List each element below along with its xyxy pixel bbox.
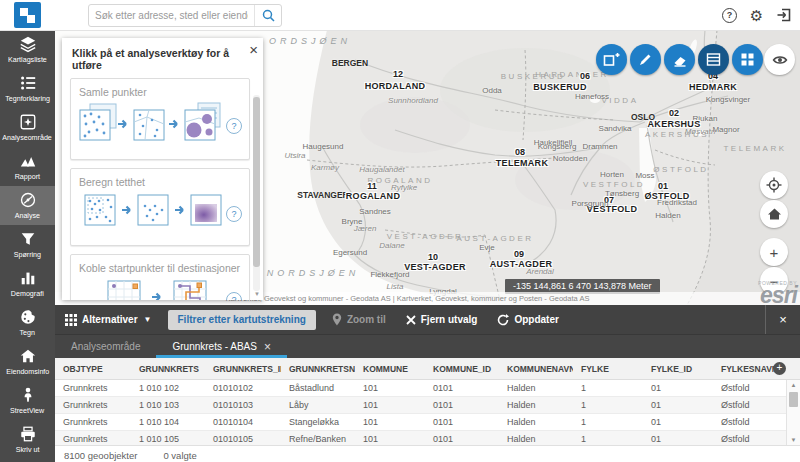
esri-wordmark: esri (760, 282, 797, 305)
apps-grid-button[interactable] (732, 44, 763, 75)
search-button[interactable] (254, 5, 281, 26)
clear-selection-button[interactable]: Fjern utvalg (396, 305, 488, 334)
header-cell[interactable]: OBJTYPE (55, 364, 131, 374)
tab-label: Grunnkrets - ABAS (172, 341, 256, 352)
header-cell[interactable]: KOMMUNE (355, 364, 425, 374)
analysis-tools-panel: Klikk på et analyseverktøy for å utføre … (62, 38, 263, 300)
gear-icon: ⚙ (750, 8, 763, 23)
sidebar-item-sporring[interactable]: Spørring (0, 225, 55, 264)
table-row[interactable]: Grunnkrets1 010 10501010105Refne/Banken1… (55, 431, 800, 445)
sidebar-item-eiendomsinfo[interactable]: Eiendomsinfo (0, 342, 55, 381)
sidebar-item-analyse[interactable]: Analyse (0, 186, 55, 225)
add-column-button[interactable]: + (773, 362, 786, 375)
tab-close-icon[interactable]: × (264, 340, 271, 354)
sidebar-item-demografi[interactable]: Demografi (0, 264, 55, 303)
help-icon: ? (722, 8, 737, 23)
table-row[interactable]: Grunnkrets1 010 10301010103Låby1010101Ha… (55, 397, 800, 414)
zoom-in-button[interactable]: + (760, 238, 788, 266)
sidebar-item-skriv-ut[interactable]: Skriv ut (0, 420, 55, 459)
table-cell: Refne/Banken (281, 434, 355, 444)
sidebar-item-rapport[interactable]: Rapport (0, 147, 55, 186)
table-cell: Grunnkrets (55, 400, 131, 410)
locate-button[interactable] (760, 171, 788, 199)
panel-scroll-down-icon[interactable]: ▼ (254, 291, 260, 297)
table-tabs: Analyseområde Grunnkrets - ABAS × (55, 334, 800, 358)
header-cell[interactable]: GRUNNKRETSNAVN (281, 364, 355, 374)
eraser-icon (672, 52, 688, 68)
table-cell: Halden (499, 383, 573, 393)
table-cell: 1 010 104 (131, 417, 205, 427)
sidebar-item-tegnforklaring[interactable]: Tegnforklaring (0, 69, 55, 108)
tool-card-samle-punkter[interactable]: Samle punkter ? (70, 78, 250, 160)
header-cell[interactable]: FYLKE_ID (643, 364, 713, 374)
close-table-button[interactable]: × (765, 305, 800, 334)
sign-out-button[interactable] (775, 7, 792, 24)
scroll-up-icon[interactable]: ▲ (787, 380, 800, 390)
sidebar-label: Eiendomsinfo (6, 367, 49, 376)
header-cell[interactable]: GRUNNKRETS_ID (205, 364, 281, 374)
panel-scrollbar[interactable] (253, 95, 260, 291)
chevron-down-icon: ▼ (144, 315, 152, 324)
sidebar-item-kartlagsliste[interactable]: Kartlagsliste (0, 30, 55, 69)
pin-icon (332, 313, 342, 326)
table-cell: 0101 (425, 434, 499, 444)
header-cell[interactable]: KOMMUNE_ID (425, 364, 499, 374)
settings-button[interactable]: ⚙ (748, 7, 765, 24)
sidebar-item-streetview[interactable]: StreetView (0, 381, 55, 420)
panel-close-button[interactable]: × (249, 42, 258, 57)
add-layer-button[interactable] (596, 44, 627, 75)
tool-help-icon[interactable]: ? (226, 206, 242, 222)
bar-chart-icon (19, 269, 37, 287)
tool-help-icon[interactable]: ? (226, 118, 242, 134)
table-cell: 101 (355, 417, 425, 427)
plus-icon: + (770, 244, 779, 261)
table-cell: 1 010 103 (131, 400, 205, 410)
sidebar: Kartlagsliste Tegnforklaring Analyseområ… (0, 30, 55, 462)
table-cell: 01 (643, 400, 713, 410)
options-menu-button[interactable]: Alternativer ▼ (55, 305, 162, 334)
table-row[interactable]: Grunnkrets1 010 10201010102Båstadlund101… (55, 380, 800, 397)
tool-illustration (71, 276, 249, 300)
table-cell: 01010103 (205, 400, 281, 410)
tab-grunnkrets-abas[interactable]: Grunnkrets - ABAS × (156, 335, 287, 358)
tab-analyseomrade[interactable]: Analyseområde (55, 335, 156, 358)
scroll-down-icon[interactable]: ▼ (787, 435, 800, 445)
squares-logo-icon (19, 7, 36, 24)
panel-title: Klikk på et analyseverktøy for å utføre (62, 38, 263, 78)
tab-label: Analyseområde (71, 341, 140, 352)
table-toolbar: Alternativer ▼ Filtrer etter kartutstrek… (55, 305, 800, 334)
sidebar-item-tegn[interactable]: Tegn (0, 303, 55, 342)
search-input[interactable] (89, 10, 254, 21)
filter-by-extent-button[interactable]: Filtrer etter kartutstrekning (168, 310, 316, 330)
table-status-bar: 8100 geoobjekter 0 valgte (55, 445, 800, 462)
table-cell: Stangeløkka (281, 417, 355, 427)
table-cell: 0101 (425, 417, 499, 427)
header-cell[interactable]: GRUNNKRETS (131, 364, 205, 374)
tool-card-beregn-tetthet[interactable]: Beregn tetthet ? (70, 168, 250, 246)
panel-scrollbar-thumb[interactable] (253, 97, 260, 267)
table-cell: Østfold (713, 417, 787, 427)
visibility-button[interactable] (764, 44, 795, 75)
erase-button[interactable] (664, 44, 695, 75)
header-cell[interactable]: KOMMUNENAVN (499, 364, 573, 374)
top-bar: ? ⚙ (0, 0, 800, 31)
sidebar-label: Analyse (15, 211, 40, 220)
sidebar-label: Tegn (20, 328, 35, 337)
topbar-actions: ? ⚙ (721, 0, 792, 30)
help-button[interactable]: ? (721, 7, 738, 24)
sidebar-item-analyseomrade[interactable]: Analyseområde (0, 108, 55, 147)
zoom-to-button[interactable]: Zoom til (322, 305, 396, 334)
attribute-table-panel: Alternativer ▼ Filtrer etter kartutstrek… (55, 305, 800, 462)
attribute-table-button[interactable] (698, 44, 729, 75)
home-extent-button[interactable] (760, 200, 788, 228)
header-cell[interactable]: FYLKE (573, 364, 643, 374)
esri-logo: POWERED BY esri (758, 281, 797, 305)
draw-button[interactable] (630, 44, 661, 75)
table-cell: 101 (355, 400, 425, 410)
table-row[interactable]: Grunnkrets1 010 10401010104Stangeløkka10… (55, 414, 800, 431)
report-icon (19, 152, 37, 170)
refresh-button[interactable]: Oppdater (487, 305, 568, 334)
tool-card-koble-startpunkter[interactable]: Koble startpunkter til destinasjoner ? (70, 254, 250, 300)
scrollbar-thumb[interactable] (789, 392, 798, 407)
table-scrollbar[interactable]: ▲ ▼ (786, 380, 800, 445)
